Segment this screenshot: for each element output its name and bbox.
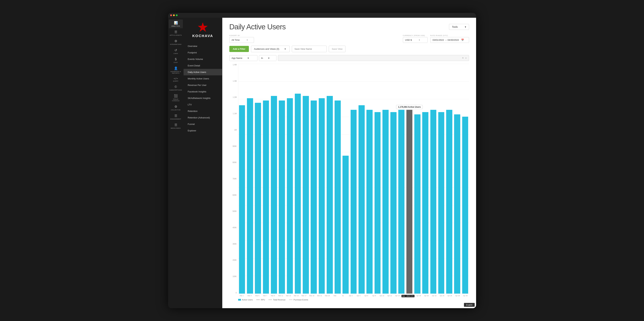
chart-bar[interactable] bbox=[430, 110, 436, 294]
x-axis-label: Apr 22 bbox=[432, 295, 436, 297]
chart-bar[interactable] bbox=[390, 112, 396, 294]
fullscreen-dot[interactable] bbox=[176, 14, 178, 16]
chart-bar[interactable] bbox=[358, 105, 365, 294]
sidebar-item-links[interactable]: ↺ LINKS bbox=[169, 47, 183, 56]
app-name-label: App Name bbox=[232, 57, 242, 59]
chart-bar[interactable] bbox=[374, 112, 381, 294]
nav-item-skadnetwork[interactable]: SKAdNetwork Insights bbox=[184, 95, 222, 101]
chart-bar[interactable] bbox=[454, 114, 460, 294]
chart-bar[interactable] bbox=[342, 156, 349, 294]
nav-item-events-volume[interactable]: Events Volume bbox=[184, 56, 222, 62]
save-view-name-input[interactable] bbox=[292, 46, 327, 52]
currency-select[interactable]: USD $ ▾ bbox=[403, 37, 428, 43]
sidebar-item-engagement[interactable]: ☰ ENGAGEMENT bbox=[169, 112, 183, 121]
save-view-button[interactable]: Save View bbox=[329, 46, 346, 52]
sidebar-item-apps-assets[interactable]: ☰ APPS & ASSETS bbox=[169, 29, 183, 37]
tools-label: Tools bbox=[452, 25, 458, 28]
in-chevron-icon: ▾ bbox=[268, 57, 270, 59]
nav-item-overview[interactable]: Overview bbox=[184, 43, 222, 49]
chart-bar[interactable] bbox=[398, 110, 404, 294]
audiences-dropdown[interactable]: Audiences and Views (0) ▾ bbox=[251, 46, 290, 52]
in-select[interactable]: In ▾ bbox=[259, 55, 276, 61]
add-app-filter-icon[interactable]: + bbox=[465, 57, 466, 59]
tools-dropdown[interactable]: Tools ▾ bbox=[449, 24, 469, 30]
chart-bar[interactable] bbox=[239, 105, 245, 294]
chart-bar[interactable] bbox=[350, 110, 357, 294]
chart-bar[interactable] bbox=[327, 96, 333, 294]
chart-bar[interactable] bbox=[295, 94, 301, 294]
y-label-1: 1.3M bbox=[233, 80, 236, 82]
app-name-select[interactable]: App Name ▾ bbox=[229, 55, 258, 61]
media-index-icon: ☰ bbox=[174, 123, 177, 127]
chart-bar[interactable] bbox=[271, 96, 277, 294]
nav-item-monthly-active-users[interactable]: Monthly Active Users bbox=[184, 75, 222, 82]
currency-label: CURRENCY (FROM USD) bbox=[403, 35, 428, 36]
chart-bar[interactable] bbox=[366, 110, 372, 294]
date-range-input[interactable]: 03/01/2022 → 04/30/2022 📅 bbox=[430, 37, 469, 43]
nav-item-ltv[interactable]: LTV bbox=[184, 101, 222, 108]
chart-bar[interactable] bbox=[255, 103, 261, 293]
nav-item-funnel[interactable]: Funnel bbox=[184, 121, 222, 127]
x-label-group: Mar 19 bbox=[308, 295, 316, 297]
chart-bar[interactable] bbox=[287, 98, 293, 294]
fraud-icon: ⬛ bbox=[174, 94, 178, 98]
chart-bar[interactable] bbox=[414, 114, 420, 294]
legend-total-revenue: Total Revenue bbox=[268, 299, 285, 301]
x-axis-label: Apr 10 bbox=[380, 295, 384, 297]
chart-bar[interactable] bbox=[462, 117, 468, 294]
nav-item-explorer[interactable]: Explorer bbox=[184, 127, 222, 134]
nav-item-footprint[interactable]: Footprint bbox=[184, 49, 222, 56]
x-label-group: Mar 1 bbox=[238, 295, 246, 297]
sidebar-item-cost[interactable]: $ COST bbox=[169, 56, 183, 65]
chart-bar[interactable] bbox=[263, 101, 269, 294]
chart-bar[interactable] bbox=[422, 112, 428, 294]
sidebar-item-fraud[interactable]: ⬛ FRAUD CONSOLE bbox=[169, 93, 183, 103]
sidebar-item-subscriptions[interactable]: © SUBSCRIPTIONS bbox=[169, 84, 183, 92]
app-value-input[interactable]: ✕ + bbox=[278, 55, 469, 61]
nav-item-daily-active-users[interactable]: Daily Active Users bbox=[184, 69, 222, 75]
nav-item-facebook-insights[interactable]: Facebook Insights bbox=[184, 88, 222, 95]
x-axis-label: Apr 12 bbox=[388, 295, 392, 297]
apps-icon: ☰ bbox=[174, 30, 177, 34]
sidebar-item-media-index[interactable]: ☰ MEDIA INDEX bbox=[169, 122, 183, 130]
nav-item-retention[interactable]: Retention bbox=[184, 108, 222, 114]
close-dot[interactable] bbox=[170, 14, 172, 16]
language-button[interactable]: English bbox=[464, 303, 474, 307]
bar-group bbox=[342, 64, 349, 294]
active-users-legend-label: Active Users bbox=[242, 299, 253, 301]
y-label-5: 900K bbox=[232, 145, 236, 147]
nav-item-retention-advanced[interactable]: Retention (Advanced) bbox=[184, 114, 222, 121]
sidebar-item-analytics[interactable]: 📊 ANALYTICS bbox=[169, 19, 183, 28]
chart-bar[interactable] bbox=[334, 101, 341, 294]
bar-group bbox=[461, 64, 469, 294]
y-label-10: 400K bbox=[232, 227, 236, 229]
bar-group bbox=[326, 64, 334, 294]
chart-bar[interactable] bbox=[446, 110, 452, 294]
chart-bar[interactable] bbox=[319, 98, 325, 294]
chart-bar[interactable] bbox=[247, 98, 253, 294]
nav-items: Overview Footprint Events Volume Event D… bbox=[184, 41, 222, 308]
sidebar-item-collective[interactable]: ⚙ COLLECTIVE bbox=[169, 103, 183, 112]
sidebar-item-integrations[interactable]: ⚙ INTEGRATIONS bbox=[169, 38, 183, 47]
chart-bar[interactable] bbox=[279, 101, 285, 294]
nav-item-revenue-per-user[interactable]: Revenue Per User bbox=[184, 82, 222, 88]
chart-bar[interactable] bbox=[382, 110, 388, 294]
x-axis-label: Mar 21 bbox=[317, 295, 322, 297]
y-label-11: 300K bbox=[232, 243, 236, 245]
integrations-label: INTEGRATIONS bbox=[170, 44, 182, 45]
chart-bar[interactable] bbox=[311, 101, 317, 294]
cohort-by-select[interactable]: All Time ▾ bbox=[229, 37, 254, 43]
nav-item-event-detail[interactable]: Event Detail bbox=[184, 62, 222, 69]
cohort-by-value: All Time bbox=[232, 39, 240, 41]
clear-app-filter-icon[interactable]: ✕ bbox=[462, 57, 464, 59]
x-label-group: Mar 11 bbox=[277, 295, 284, 297]
engagement-icon: ☰ bbox=[174, 114, 177, 118]
add-filter-button[interactable]: Add a Filter bbox=[229, 46, 249, 52]
sidebar-item-query[interactable]: </> QUERY bbox=[169, 76, 183, 83]
bar-group bbox=[278, 64, 286, 294]
chart-bar[interactable] bbox=[438, 112, 444, 294]
minimize-dot[interactable] bbox=[173, 14, 175, 16]
sidebar-item-audiences[interactable]: 👤 AUDIENCES & REPORTS bbox=[169, 65, 183, 75]
chart-bar[interactable]: 1,176,064 Active Users bbox=[406, 110, 412, 294]
chart-bar[interactable] bbox=[303, 96, 309, 294]
